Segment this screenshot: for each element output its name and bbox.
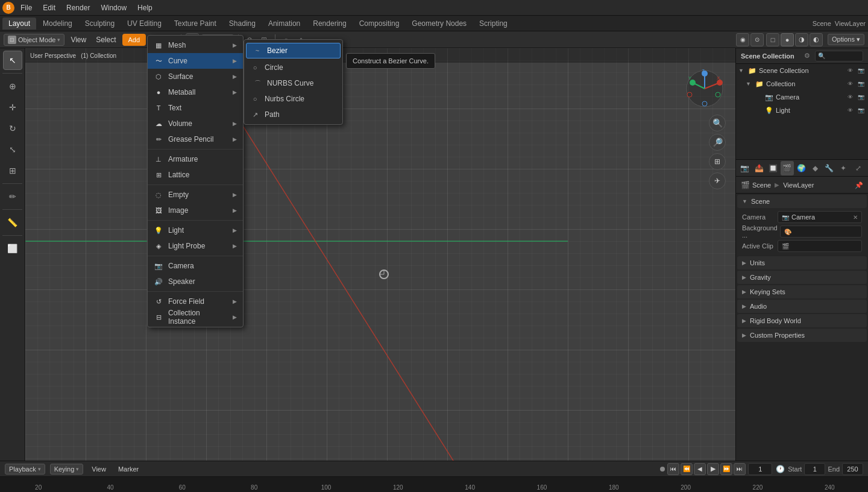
tab-rendering[interactable]: Rendering — [307, 17, 352, 30]
rendered-btn[interactable]: ◐ — [810, 33, 823, 46]
outliner-render-btn[interactable]: 📷 — [856, 66, 866, 75]
camera-render-btn[interactable]: 📷 — [856, 92, 866, 102]
curve-submenu-path[interactable]: ↗ Path — [244, 107, 342, 122]
menu-item-light-probe[interactable]: ◈ Light Probe ▶ — [148, 238, 243, 254]
menu-item-text[interactable]: T Text — [148, 100, 243, 116]
outliner-light[interactable]: 💡 Light 👁 📷 — [736, 104, 868, 117]
zoom-out-btn[interactable]: 🔎 — [709, 134, 726, 151]
menu-item-volume[interactable]: ☁ Volume ▶ — [148, 116, 243, 131]
menu-item-light[interactable]: 💡 Light ▶ — [148, 222, 243, 238]
playback-dropdown[interactable]: Playback ▾ — [5, 464, 45, 475]
menu-item-image[interactable]: 🖼 Image ▶ — [148, 203, 243, 218]
step-fwd-btn[interactable]: ⏩ — [720, 463, 732, 475]
scene-section-header[interactable]: ▼ Scene — [737, 195, 867, 208]
rigid-body-world-header[interactable]: ▶ Rigid Body World — [737, 314, 867, 327]
menu-window[interactable]: Window — [96, 2, 131, 13]
start-frame-field[interactable]: 1 — [804, 463, 825, 475]
props-particles-btn[interactable]: ✦ — [837, 161, 850, 175]
collection-render-btn[interactable]: 📷 — [856, 79, 866, 89]
props-render-btn[interactable]: 📷 — [738, 161, 751, 175]
timeline-view-menu[interactable]: View — [88, 464, 110, 474]
material-btn[interactable]: ◑ — [795, 33, 808, 46]
3d-viewport[interactable]: User Perspective (1) Collection Z X — [25, 48, 735, 461]
outliner-search[interactable]: 🔍 — [815, 51, 863, 62]
menu-item-force-field[interactable]: ↺ Force Field ▶ — [148, 294, 243, 309]
tool-cursor[interactable]: ⊕ — [3, 77, 22, 96]
overlay-btn[interactable]: ◉ — [736, 33, 749, 46]
tab-modeling[interactable]: Modeling — [37, 17, 78, 30]
tab-sculpting[interactable]: Sculpting — [79, 17, 121, 30]
view-toggle-btn[interactable]: ⊞ — [709, 153, 726, 170]
light-eye-btn[interactable]: 👁 — [845, 106, 855, 115]
play-back-btn[interactable]: ◀ — [694, 463, 706, 475]
tool-annotate[interactable]: ✏ — [3, 187, 22, 206]
menu-render[interactable]: Render — [61, 2, 95, 13]
menu-item-camera[interactable]: 📷 Camera — [148, 258, 243, 274]
select-menu[interactable]: Select — [92, 34, 119, 45]
step-back-btn[interactable]: ⏪ — [681, 463, 693, 475]
props-pin-btn[interactable]: 📌 — [855, 181, 863, 189]
tool-rotate[interactable]: ↻ — [3, 119, 22, 138]
gizmo-btn[interactable]: ⊙ — [750, 33, 764, 46]
tab-animation[interactable]: Animation — [262, 17, 306, 30]
timeline-marks-bar[interactable]: 20 40 60 80 100 120 140 160 180 200 220 … — [0, 476, 868, 492]
props-expand-btn[interactable]: ⤢ — [851, 161, 866, 175]
camera-eye-btn[interactable]: 👁 — [845, 92, 855, 102]
background-value-field[interactable]: 🎨 — [780, 226, 862, 238]
outliner-scene-collection[interactable]: ▼ 📁 Scene Collection 👁 📷 — [736, 64, 868, 77]
tool-scale[interactable]: ⤡ — [3, 140, 22, 159]
audio-header[interactable]: ▶ Audio — [737, 300, 867, 313]
fly-mode-btn[interactable]: ✈ — [709, 172, 726, 189]
zoom-in-btn[interactable]: 🔍 — [709, 115, 726, 131]
menu-file[interactable]: File — [16, 2, 37, 13]
menu-item-empty[interactable]: ◌ Empty ▶ — [148, 187, 243, 203]
menu-item-lattice[interactable]: ⊞ Lattice — [148, 167, 243, 183]
props-output-btn[interactable]: 📤 — [752, 161, 765, 175]
add-button[interactable]: Add — [122, 34, 146, 46]
menu-item-surface[interactable]: ⬡ Surface ▶ — [148, 69, 243, 84]
end-frame-field[interactable]: 250 — [842, 463, 863, 475]
marker-menu[interactable]: Marker — [115, 464, 142, 474]
tool-add-cube[interactable]: ⬜ — [3, 239, 22, 258]
gravity-header[interactable]: ▶ Gravity — [737, 271, 867, 284]
camera-clear-btn[interactable]: ✕ — [853, 214, 858, 221]
custom-properties-header[interactable]: ▶ Custom Properties — [737, 329, 867, 342]
wireframe-btn[interactable]: □ — [766, 33, 779, 46]
props-expand-icon[interactable]: ⤢ — [851, 161, 866, 175]
jump-start-btn[interactable]: ⏮ — [667, 463, 679, 475]
tab-geometry-nodes[interactable]: Geometry Nodes — [406, 17, 473, 30]
props-modifier-btn[interactable]: 🔧 — [823, 161, 835, 175]
menu-item-collection-instance[interactable]: ⊟ Collection Instance ▶ — [148, 309, 243, 325]
tool-move[interactable]: ✛ — [3, 98, 22, 117]
outliner-filter-btn[interactable]: ⚙ — [802, 51, 813, 62]
tab-shading[interactable]: Shading — [223, 17, 262, 30]
tab-compositing[interactable]: Compositing — [353, 17, 406, 30]
props-world-btn[interactable]: 🌍 — [795, 161, 808, 175]
outliner-camera[interactable]: 📷 Camera 👁 📷 — [736, 90, 868, 104]
outliner-eye-btn[interactable]: 👁 — [845, 66, 855, 75]
tab-texture-paint[interactable]: Texture Paint — [168, 17, 222, 30]
menu-item-grease-pencil[interactable]: ✏ Grease Pencil ▶ — [148, 131, 243, 147]
menu-item-mesh[interactable]: ▦ Mesh ▶ — [148, 37, 243, 53]
jump-end-btn[interactable]: ⏭ — [734, 463, 746, 475]
props-object-btn[interactable]: ◆ — [809, 161, 822, 175]
tool-transform[interactable]: ⊞ — [3, 161, 22, 180]
solid-btn[interactable]: ● — [781, 33, 794, 46]
units-header[interactable]: ▶ Units — [737, 256, 867, 270]
breadcrumb-viewlayer[interactable]: ViewLayer — [783, 181, 814, 189]
menu-item-curve[interactable]: 〜 Curve ▶ — [148, 53, 243, 69]
tab-scripting[interactable]: Scripting — [473, 17, 514, 30]
current-frame-field[interactable]: 1 — [748, 463, 772, 475]
menu-item-metaball[interactable]: ● Metaball ▶ — [148, 84, 243, 100]
camera-value-field[interactable]: 📷 Camera ✕ — [778, 211, 862, 223]
menu-item-armature[interactable]: ⊥ Armature — [148, 151, 243, 167]
props-scene-btn[interactable]: 🎬 — [781, 161, 793, 175]
collection-eye-btn[interactable]: 👁 — [845, 79, 855, 89]
blender-logo[interactable]: B — [2, 2, 14, 14]
keying-sets-header[interactable]: ▶ Keying Sets — [737, 285, 867, 298]
axis-gizmo[interactable]: Z X Y — [684, 68, 726, 110]
mode-selector[interactable]: ⊡ Object Mode ▾ — [4, 34, 64, 46]
menu-item-speaker[interactable]: 🔊 Speaker — [148, 274, 243, 289]
props-view-layer-btn[interactable]: 🔲 — [767, 161, 779, 175]
tool-measure[interactable]: 📏 — [3, 213, 22, 232]
